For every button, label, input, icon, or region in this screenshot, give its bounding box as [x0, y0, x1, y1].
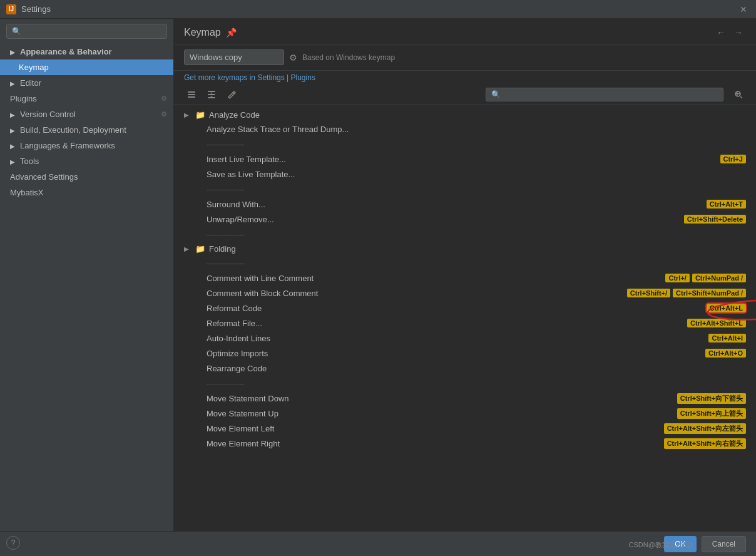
sidebar-item-label: Appearance & Behavior — [20, 47, 112, 56]
find-by-shortcut-icon[interactable] — [731, 87, 746, 102]
group-label: Folding — [209, 244, 236, 254]
kb-item-label: Comment with Block Comment — [189, 289, 627, 298]
sidebar-item-advanced[interactable]: Advanced Settings — [0, 169, 173, 185]
svg-rect-4 — [208, 94, 215, 95]
list-item[interactable]: Comment with Line Comment Ctrl+/ Ctrl+Nu… — [174, 270, 756, 286]
separator-text: -------------- — [189, 185, 746, 194]
list-item[interactable]: Insert Live Template... Ctrl+J — [174, 152, 756, 167]
svg-rect-2 — [188, 96, 195, 98]
list-item-reformat-code[interactable]: Reformat Code Ctrl+Alt+L — [174, 301, 756, 316]
edit-icon[interactable] — [224, 87, 239, 102]
kbd-badge: Ctrl+Shift+Delete — [684, 215, 746, 224]
group-folding[interactable]: ▶ 📁 Folding — [174, 242, 756, 255]
list-item[interactable]: Move Statement Down Ctrl+Shift+向下箭头 — [174, 391, 756, 406]
kbd-badges: Ctrl+Alt+Shift+L — [687, 319, 746, 327]
content-area: Keymap 📌 ← → Windows copy Default Eclips… — [174, 19, 756, 556]
kb-item-label: Auto-Indent Lines — [189, 334, 708, 343]
sidebar-item-appearance[interactable]: ▶ Appearance & Behavior — [0, 44, 173, 59]
kbd-badge: Ctrl+Alt+Shift+向左箭头 — [664, 423, 746, 434]
list-item[interactable]: Move Element Left Ctrl+Alt+Shift+向左箭头 — [174, 421, 756, 436]
list-item[interactable]: Analyze Stack Trace or Thread Dump... — [174, 121, 756, 136]
kb-item-label: Reformat File... — [189, 319, 687, 328]
keymap-select[interactable]: Windows copy Default Eclipse Emacs NetBe… — [184, 49, 284, 65]
keymap-gear-icon[interactable]: ⚙ — [289, 53, 297, 63]
title-bar: IJ Settings ✕ — [0, 0, 756, 19]
chevron-right-icon: ▶ — [10, 143, 16, 149]
nav-back-button[interactable]: ← — [713, 25, 728, 40]
kbd-badges: Ctrl+Shift+向上箭头 — [677, 408, 746, 419]
expand-all-icon[interactable] — [204, 87, 219, 102]
list-item[interactable]: Auto-Indent Lines Ctrl+Alt+I — [174, 331, 756, 346]
nav-arrows: ← → — [713, 25, 746, 40]
kbd-badges: Ctrl+Alt+L — [707, 304, 746, 312]
keybinding-search-box[interactable]: 🔍 — [486, 88, 723, 101]
kbd-badge: Ctrl+Alt+Shift+L — [687, 319, 746, 327]
keymap-select-wrap: Windows copy Default Eclipse Emacs NetBe… — [184, 49, 284, 65]
search-icon: 🔍 — [491, 90, 501, 99]
sidebar-item-languages[interactable]: ▶ Languages & Frameworks — [0, 138, 173, 153]
sidebar-item-plugins[interactable]: Plugins ⚙ — [0, 91, 173, 106]
svg-rect-0 — [188, 91, 195, 93]
settings-icon: ⚙ — [161, 110, 167, 118]
separator-text: -------------- — [189, 379, 746, 388]
kbd-badges: Ctrl+Alt+Shift+向左箭头 — [664, 423, 746, 434]
kbd-badges: Ctrl+Shift+/ Ctrl+Shift+NumPad / — [627, 289, 746, 297]
list-item[interactable]: Optimize Imports Ctrl+Alt+O — [174, 346, 756, 361]
chevron-right-icon: ▶ — [10, 80, 16, 86]
svg-rect-9 — [735, 93, 740, 95]
kb-item-label: Move Element Left — [189, 424, 664, 433]
expand-arrow-icon: ▶ — [184, 245, 192, 252]
kbd-badges: Ctrl+Alt+I — [708, 334, 746, 342]
kbd-badge: Ctrl+Alt+O — [705, 349, 746, 358]
list-item[interactable]: Comment with Block Comment Ctrl+Shift+/ … — [174, 286, 756, 301]
list-item[interactable]: Move Statement Up Ctrl+Shift+向上箭头 — [174, 406, 756, 421]
sidebar-search-input[interactable] — [25, 27, 161, 36]
sidebar-item-mybatisx[interactable]: MybatisX — [0, 185, 173, 200]
sidebar-item-label: Tools — [20, 157, 39, 166]
chevron-right-icon: ▶ — [10, 49, 16, 55]
toolbar-row: 🔍 — [174, 85, 756, 105]
sidebar-item-label: Editor — [20, 78, 41, 88]
kbd-badge: Ctrl+Alt+Shift+向右箭头 — [664, 438, 746, 449]
close-button[interactable]: ✕ — [737, 3, 750, 16]
keybindings-list: ▶ 📁 Analyze Code Analyze Stack Trace or … — [174, 105, 756, 556]
keymap-description: Based on Windows keymap — [302, 53, 395, 62]
keymap-plugins-link[interactable]: Get more keymaps in Settings | Plugins — [174, 71, 756, 85]
sidebar-item-keymap[interactable]: Keymap — [0, 59, 173, 75]
kbd-badge: Ctrl+Alt+I — [708, 334, 746, 342]
separator-row: -------------- — [174, 227, 756, 242]
svg-rect-1 — [188, 94, 195, 95]
cancel-button[interactable]: Cancel — [702, 536, 746, 552]
list-item[interactable]: Unwrap/Remove... Ctrl+Shift+Delete — [174, 212, 756, 227]
page-title: Keymap — [184, 27, 221, 38]
list-item[interactable]: Save as Live Template... — [174, 167, 756, 182]
kbd-badges: Ctrl+J — [720, 155, 747, 163]
collapse-all-icon[interactable] — [184, 87, 199, 102]
folder-icon: 📁 — [195, 244, 205, 254]
window-title: Settings — [21, 4, 51, 14]
kb-item-label: Move Statement Up — [189, 409, 677, 418]
list-item[interactable]: Surround With... Ctrl+Alt+T — [174, 197, 756, 212]
sidebar-search-box[interactable]: 🔍 — [6, 24, 167, 39]
kbd-badges: Ctrl+Shift+向下箭头 — [677, 393, 746, 404]
kb-item-label: Surround With... — [189, 200, 707, 209]
help-button[interactable]: ? — [6, 536, 20, 550]
kbd-badge: Ctrl+Shift+/ — [627, 289, 670, 297]
list-item-rearrange-code[interactable]: Rearrange Code — [174, 361, 756, 376]
sidebar-item-label: Version Control — [20, 110, 76, 119]
sidebar-item-editor[interactable]: ▶ Editor — [0, 75, 173, 91]
pin-icon[interactable]: 📌 — [226, 28, 237, 38]
sidebar-item-build[interactable]: ▶ Build, Execution, Deployment — [0, 122, 173, 138]
group-analyze-code[interactable]: ▶ 📁 Analyze Code — [174, 108, 756, 121]
svg-rect-3 — [208, 91, 215, 92]
content-header: Keymap 📌 ← → — [174, 19, 756, 44]
kbd-badges: Ctrl+Alt+Shift+向右箭头 — [664, 438, 746, 449]
nav-forward-button[interactable]: → — [731, 25, 746, 40]
kbd-badge: Ctrl+Alt+T — [707, 200, 746, 209]
kbd-badges: Ctrl+Alt+O — [705, 349, 746, 358]
list-item[interactable]: Move Element Right Ctrl+Alt+Shift+向右箭头 — [174, 436, 756, 451]
sidebar-item-tools[interactable]: ▶ Tools — [0, 153, 173, 169]
sidebar-item-version-control[interactable]: ▶ Version Control ⚙ — [0, 106, 173, 122]
list-item[interactable]: Reformat File... Ctrl+Alt+Shift+L — [174, 316, 756, 331]
keybinding-search-input[interactable] — [503, 90, 718, 99]
